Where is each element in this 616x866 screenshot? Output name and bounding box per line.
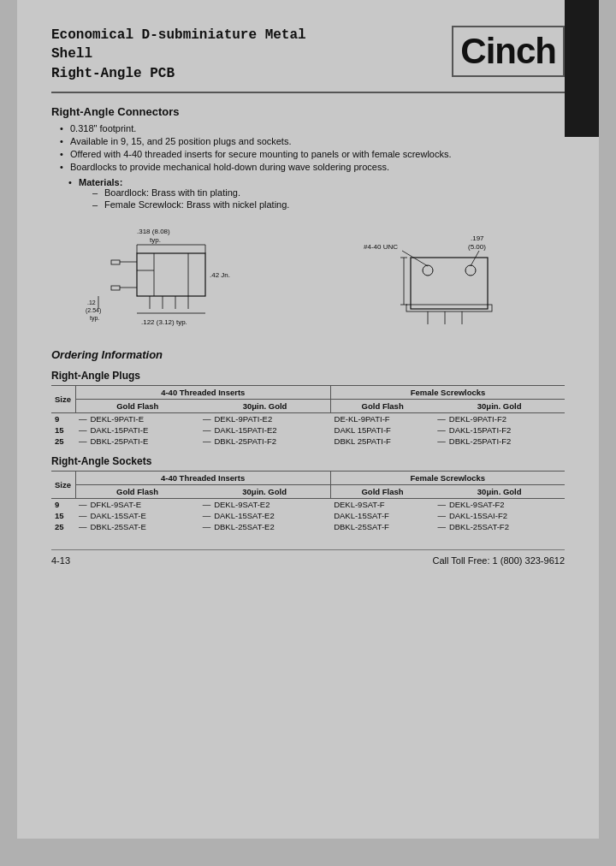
- plug-gf2-9: DE-KL-9PATI-F: [331, 413, 435, 425]
- svg-text:.42 Jn.: .42 Jn.: [210, 271, 230, 279]
- bullet-4: Boardlocks to provide mechanical hold-do…: [60, 162, 565, 172]
- right-diagram: #4-40 UNC .197 (5.00): [359, 223, 530, 335]
- ordering-italic: Ordering: [51, 348, 98, 361]
- materials-label: Materials:: [79, 177, 122, 187]
- sockets-g30-1-header: 30μin. Gold: [199, 485, 330, 499]
- materials-sub: Boardlock: Brass with tin plating. Femal…: [92, 187, 565, 210]
- socket-gf2-9: DEKL-9SAT-F: [330, 499, 434, 511]
- table-row: 9 —DEKL-9PATI-E —DEKL-9PATI-E2 DE-KL-9PA…: [51, 413, 565, 425]
- title-line2: Shell: [51, 44, 306, 63]
- sockets-g30-2-header: 30μin. Gold: [434, 485, 565, 499]
- sockets-table: Size 4-40 Threaded Inserts Female Screwl…: [51, 471, 565, 532]
- socket-gf2-25: DBKL-25SAT-F: [330, 521, 434, 532]
- plug-gf2-15: DAKL 15PATI-F: [331, 424, 435, 436]
- section1-title: Right-Angle Connectors: [51, 105, 565, 118]
- plug-g30-1-15: —DAKL-15PATI-E2: [199, 424, 331, 436]
- table-row: 9 —DFKL-9SAT-E —DEKL-9SAT-E2 DEKL-9SAT-F…: [51, 499, 565, 511]
- svg-text:.197: .197: [471, 234, 484, 242]
- svg-rect-29: [411, 258, 488, 309]
- svg-rect-32: [406, 305, 492, 311]
- plug-size-25: 25: [51, 436, 75, 447]
- ordering-rest: Information: [98, 348, 163, 361]
- socket-gf1-15: —DAKL-15SAT-E: [75, 510, 199, 521]
- plug-gf1-25: —DBKL-25PATI-E: [75, 436, 199, 447]
- socket-size-15: 15: [51, 510, 75, 521]
- socket-g30-2-9: —DEKL-9SAT-F2: [434, 499, 565, 511]
- plugs-threaded-header: 4-40 Threaded Inserts: [75, 386, 331, 400]
- svg-text:.122 (3.12) typ.: .122 (3.12) typ.: [141, 318, 187, 326]
- svg-rect-5: [137, 253, 205, 296]
- sockets-threaded-header: 4-40 Threaded Inserts: [75, 472, 330, 485]
- svg-rect-15: [111, 260, 120, 264]
- plug-g30-2-9: —DEKL-9PATI-F2: [434, 413, 565, 425]
- sockets-size-header: Size: [51, 472, 75, 499]
- plug-gf1-15: —DAKL-15PATI-E: [75, 424, 199, 436]
- plug-gf1-9: —DEKL-9PATI-E: [75, 413, 199, 425]
- sockets-gf2-header: Gold Flash: [330, 485, 434, 499]
- plugs-title: Right-Angle Plugs: [51, 370, 565, 382]
- page-number: 4-13: [51, 555, 70, 566]
- bullet-1: 0.318" footprint.: [60, 123, 565, 133]
- plug-g30-2-25: —DBKL-25PATI-F2: [434, 436, 565, 447]
- plug-size-15: 15: [51, 424, 75, 436]
- socket-gf1-9: —DFKL-9SAT-E: [75, 499, 199, 511]
- plug-g30-1-25: —DBKL-25PATI-F2: [199, 436, 331, 447]
- plug-g30-2-15: —DAKL-15PATI-F2: [434, 424, 565, 436]
- plugs-g30-2-header: 30μin. Gold: [434, 400, 565, 413]
- svg-point-30: [423, 265, 433, 276]
- plugs-g30-1-header: 30μin. Gold: [199, 400, 331, 413]
- plug-gf2-25: DBKL 25PATI-F: [331, 436, 435, 447]
- svg-text:(5.00): (5.00): [468, 243, 486, 251]
- socket-size-9: 9: [51, 499, 75, 511]
- toll-free: Call Toll Free: 1 (800) 323-9612: [433, 555, 566, 566]
- ordering-title: Ordering Information: [51, 348, 565, 361]
- svg-rect-16: [111, 286, 120, 290]
- svg-point-31: [465, 265, 476, 276]
- title-line3: Right-Angle PCB: [51, 64, 306, 83]
- cinch-logo: Cinch: [452, 26, 565, 77]
- socket-g30-2-15: —DAKL-15SAI-F2: [434, 510, 565, 521]
- table-row: 25 —DBKL-25PATI-E —DBKL-25PATI-F2 DBKL 2…: [51, 436, 565, 447]
- svg-line-28: [471, 251, 479, 266]
- plugs-gf1-header: Gold Flash: [75, 400, 199, 413]
- left-diagram: .318 (8.08) typ. .42 Jn.: [86, 223, 291, 335]
- page: Economical D-subminiature Metal Shell Ri…: [17, 0, 599, 839]
- socket-gf1-25: —DBKL-25SAT-E: [75, 521, 199, 532]
- sockets-title: Right-Angle Sockets: [51, 455, 565, 467]
- plug-size-9: 9: [51, 413, 75, 425]
- mat-2: Female Screwlock: Brass with nickel plat…: [92, 199, 565, 210]
- materials-section: Materials: Boardlock: Brass with tin pla…: [60, 177, 565, 210]
- diagram-area: .318 (8.08) typ. .42 Jn.: [51, 223, 565, 335]
- bullet-2: Available in 9, 15, and 25 position plug…: [60, 136, 565, 146]
- header-section: Economical D-subminiature Metal Shell Ri…: [51, 26, 565, 93]
- table-row: 15 —DAKL-15PATI-E —DAKL-15PATI-E2 DAKL 1…: [51, 424, 565, 436]
- svg-text:typ.: typ.: [150, 236, 161, 244]
- socket-g30-1-15: —DAKL-15SAT-E2: [199, 510, 330, 521]
- svg-line-25: [402, 251, 428, 266]
- sockets-gf1-header: Gold Flash: [75, 485, 199, 499]
- footer: 4-13 Call Toll Free: 1 (800) 323-9612: [51, 549, 565, 566]
- socket-gf2-15: DAKL-15SAT-F: [330, 510, 434, 521]
- table-row: 15 —DAKL-15SAT-E —DAKL-15SAT-E2 DAKL-15S…: [51, 510, 565, 521]
- plugs-gf2-header: Gold Flash: [331, 400, 435, 413]
- svg-text:.12: .12: [87, 300, 96, 305]
- socket-g30-2-25: —DBKL-25SAT-F2: [434, 521, 565, 532]
- svg-text:(2.54): (2.54): [86, 307, 101, 314]
- black-tab: [565, 0, 599, 137]
- title-line1: Economical D-subminiature Metal: [51, 26, 306, 44]
- header-title: Economical D-subminiature Metal Shell Ri…: [51, 26, 306, 83]
- socket-size-25: 25: [51, 521, 75, 532]
- plugs-female-header: Female Screwlocks: [331, 386, 565, 400]
- svg-text:typ.: typ.: [90, 315, 99, 322]
- plugs-size-header: Size: [51, 386, 75, 413]
- table-row: 25 —DBKL-25SAT-E —DBKL-25SAT-E2 DBKL-25S…: [51, 521, 565, 532]
- bullet-list: 0.318" footprint. Available in 9, 15, an…: [60, 123, 565, 172]
- plugs-table: Size 4-40 Threaded Inserts Female Screwl…: [51, 385, 565, 447]
- plug-g30-1-9: —DEKL-9PATI-E2: [199, 413, 331, 425]
- socket-g30-1-9: —DEKL-9SAT-E2: [199, 499, 330, 511]
- sockets-female-header: Female Screwlocks: [330, 472, 565, 485]
- svg-text:.318 (8.08): .318 (8.08): [137, 228, 170, 235]
- socket-g30-1-25: —DBKL-25SAT-E2: [199, 521, 330, 532]
- mat-1: Boardlock: Brass with tin plating.: [92, 187, 565, 198]
- svg-text:#4-40 UNC: #4-40 UNC: [364, 243, 398, 251]
